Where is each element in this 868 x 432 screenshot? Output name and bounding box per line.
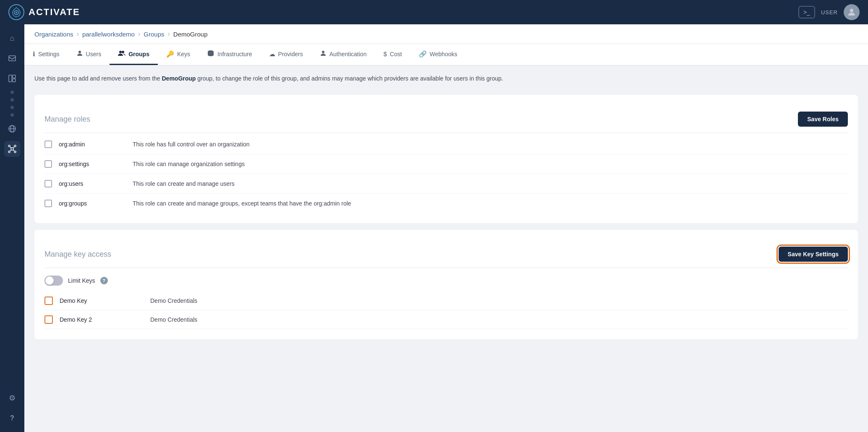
breadcrumb-groups[interactable]: Groups	[144, 31, 164, 38]
sidebar-item-inbox[interactable]	[4, 50, 20, 66]
svg-line-16	[10, 147, 11, 148]
logo: ACTIVATE	[8, 4, 80, 20]
save-key-settings-button[interactable]: Save Key Settings	[779, 247, 848, 262]
svg-point-3	[850, 9, 853, 12]
webhooks-tab-icon: 🔗	[419, 50, 427, 58]
role-desc-org-settings: This role can manage organization settin…	[133, 161, 245, 167]
key-name-demo-key-2: Demo Key 2	[60, 316, 144, 323]
tab-infrastructure-label: Infrastructure	[217, 51, 252, 57]
tab-keys[interactable]: 🔑 Keys	[158, 44, 199, 65]
role-desc-org-users: This role can create and manage users	[133, 180, 235, 187]
tab-providers[interactable]: ☁ Providers	[261, 44, 311, 65]
role-desc-org-groups: This role can create and manage groups, …	[133, 200, 351, 207]
role-checkbox-org-settings[interactable]	[44, 160, 52, 168]
breadcrumb-organizations[interactable]: Organizations	[34, 31, 73, 38]
manage-roles-card: Manage roles Save Roles org:admin This r…	[34, 95, 858, 223]
tabs: ℹ Settings Users Groups 🔑 Keys	[24, 44, 868, 65]
tab-groups[interactable]: Groups	[110, 44, 158, 65]
tab-users[interactable]: Users	[68, 44, 110, 65]
key-cred-demo-key-2: Demo Credentials	[150, 316, 197, 323]
sidebar-dot-3	[10, 106, 14, 109]
svg-point-21	[119, 51, 122, 53]
topnav: ACTIVATE >_ USER	[0, 0, 868, 24]
keys-list: Demo Key Demo Credentials Demo Key 2 Dem…	[44, 291, 848, 329]
svg-rect-6	[13, 75, 16, 78]
svg-point-13	[14, 145, 16, 147]
terminal-button[interactable]: >_	[798, 6, 815, 18]
role-name-org-users: org:users	[59, 180, 126, 187]
svg-point-15	[14, 151, 16, 153]
role-name-org-admin: org:admin	[59, 141, 126, 148]
sidebar: ⌂	[0, 24, 24, 432]
tab-webhooks[interactable]: 🔗 Webhooks	[410, 44, 466, 65]
description-text: Use this page to add and remove users fr…	[34, 65, 858, 86]
sidebar-item-globe[interactable]	[4, 121, 20, 137]
settings-tab-icon: ℹ	[33, 50, 35, 58]
key-checkbox-demo-key[interactable]	[44, 297, 53, 305]
save-roles-button[interactable]: Save Roles	[798, 112, 848, 127]
app-title: ACTIVATE	[29, 7, 80, 18]
key-divider	[44, 268, 848, 268]
users-tab-icon	[76, 50, 83, 58]
key-cred-demo-key: Demo Credentials	[150, 297, 197, 304]
svg-point-24	[322, 51, 324, 53]
key-row: Demo Key Demo Credentials	[44, 291, 848, 310]
tab-cost[interactable]: $ Cost	[375, 44, 410, 65]
description-prefix: Use this page to add and remove users fr…	[34, 75, 162, 82]
svg-point-22	[122, 51, 124, 53]
svg-rect-4	[9, 56, 16, 61]
limit-keys-toggle[interactable]	[44, 276, 63, 286]
content-area: Organizations › parallelworksdemo › Grou…	[24, 24, 868, 432]
page-content: Use this page to add and remove users fr…	[24, 65, 868, 432]
limit-keys-help-icon[interactable]: ?	[100, 277, 108, 284]
cost-tab-icon: $	[383, 50, 387, 57]
tab-keys-label: Keys	[177, 51, 190, 57]
breadcrumb-sep-2: ›	[138, 30, 140, 38]
svg-line-19	[13, 150, 14, 151]
role-checkbox-org-groups[interactable]	[44, 200, 52, 207]
description-group-name: DemoGroup	[162, 75, 196, 82]
authentication-tab-icon	[320, 50, 327, 58]
svg-rect-5	[9, 75, 12, 82]
role-name-org-groups: org:groups	[59, 200, 126, 207]
roles-list: org:admin This role has full control ove…	[44, 135, 848, 213]
tab-settings[interactable]: ℹ Settings	[24, 44, 68, 65]
key-name-demo-key: Demo Key	[60, 297, 144, 304]
sidebar-dot-2	[10, 98, 14, 101]
roles-section-header: Manage roles Save Roles	[44, 105, 848, 131]
key-section-title: Manage key access	[44, 250, 111, 259]
tab-cost-label: Cost	[390, 51, 402, 57]
sidebar-dot-4	[10, 113, 14, 117]
infrastructure-tab-icon	[207, 50, 214, 58]
svg-point-20	[78, 51, 81, 53]
sidebar-dot-1	[10, 91, 14, 94]
sidebar-item-settings[interactable]: ⚙	[4, 390, 20, 406]
svg-rect-7	[13, 79, 16, 82]
roles-divider	[44, 133, 848, 133]
toggle-knob	[45, 276, 54, 285]
main-layout: ⌂	[0, 24, 868, 432]
tab-users-label: Users	[86, 51, 102, 57]
tab-authentication-label: Authentication	[329, 51, 367, 57]
sidebar-item-layout[interactable]	[4, 70, 20, 86]
sidebar-item-network[interactable]	[4, 141, 20, 157]
role-row: org:users This role can create and manag…	[44, 174, 848, 194]
role-checkbox-org-users[interactable]	[44, 180, 52, 187]
role-row: org:admin This role has full control ove…	[44, 135, 848, 154]
breadcrumb-sep-1: ›	[77, 30, 79, 38]
role-checkbox-org-admin[interactable]	[44, 141, 52, 148]
breadcrumb-org-name[interactable]: parallelworksdemo	[82, 31, 135, 38]
description-suffix: group, to change the role of this group,…	[196, 75, 503, 82]
breadcrumb-sep-3: ›	[167, 30, 170, 38]
role-row: org:settings This role can manage organi…	[44, 154, 848, 174]
tab-infrastructure[interactable]: Infrastructure	[199, 44, 260, 65]
manage-key-access-card: Manage key access Save Key Settings Limi…	[34, 230, 858, 339]
sidebar-item-help[interactable]: ?	[4, 410, 20, 426]
limit-keys-label: Limit Keys	[68, 277, 95, 284]
providers-tab-icon: ☁	[269, 50, 275, 58]
key-row: Demo Key 2 Demo Credentials	[44, 310, 848, 329]
tab-authentication[interactable]: Authentication	[311, 44, 375, 65]
key-checkbox-demo-key-2[interactable]	[44, 315, 53, 324]
roles-section-title: Manage roles	[44, 115, 90, 124]
sidebar-item-home[interactable]: ⌂	[4, 30, 20, 46]
